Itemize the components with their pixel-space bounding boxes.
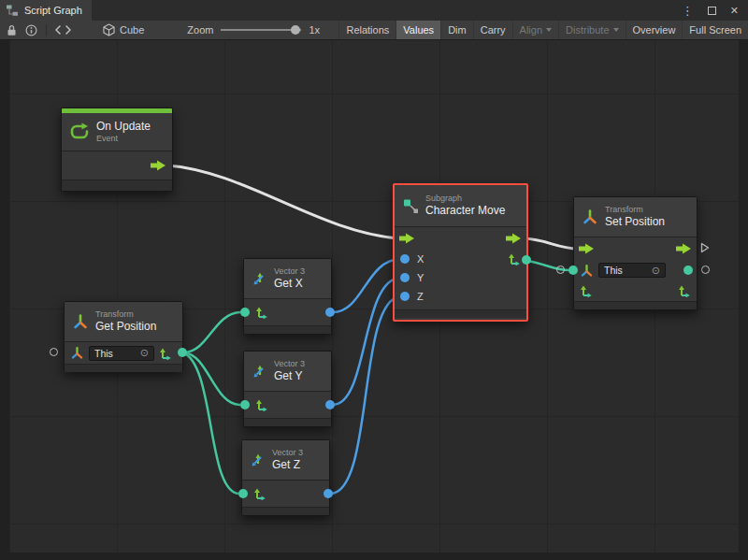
code-icon[interactable] bbox=[55, 25, 71, 35]
kebab-menu-icon[interactable]: ⋮ bbox=[682, 5, 694, 17]
node-get-position[interactable]: Transform Get Position This ⊙ bbox=[64, 301, 183, 372]
this-value: This bbox=[604, 265, 623, 276]
align-button[interactable]: Align bbox=[512, 21, 558, 39]
info-icon[interactable] bbox=[25, 24, 37, 36]
vector-move-icon bbox=[159, 347, 172, 360]
this-object-field[interactable]: This ⊙ bbox=[598, 263, 666, 278]
value-input-port-z[interactable] bbox=[400, 292, 410, 301]
node-title: Get Y bbox=[274, 369, 305, 382]
node-category: Transform bbox=[605, 205, 665, 215]
vector-move-icon bbox=[253, 487, 266, 500]
node-title: Character Move bbox=[425, 204, 505, 217]
node-titles: Vector 3 Get X bbox=[274, 266, 305, 290]
control-input-port[interactable] bbox=[579, 243, 595, 254]
value-output-port[interactable] bbox=[325, 308, 335, 317]
window-titlebar: Script Graph ⋮ ✕ bbox=[0, 0, 748, 21]
carry-button[interactable]: Carry bbox=[473, 21, 512, 39]
node-header: Transform Get Position bbox=[65, 302, 182, 341]
control-output-port[interactable] bbox=[676, 243, 692, 254]
zoom-slider-knob[interactable] bbox=[291, 25, 300, 35]
node-footer bbox=[244, 325, 331, 334]
input-row-x: X bbox=[395, 250, 526, 268]
node-title: Get Z bbox=[272, 458, 303, 471]
value-output-port[interactable] bbox=[178, 348, 187, 357]
node-titles: On Update Event bbox=[96, 120, 151, 143]
value-input-port[interactable] bbox=[568, 266, 578, 275]
value-input-port[interactable] bbox=[238, 489, 248, 498]
transform-icon bbox=[70, 346, 84, 360]
fullscreen-button[interactable]: Full Screen bbox=[682, 21, 748, 39]
script-graph-icon bbox=[6, 4, 19, 17]
zoom-slider-track bbox=[221, 29, 301, 31]
zoom-value: 1x bbox=[309, 24, 320, 36]
node-titles: Vector 3 Get Z bbox=[272, 448, 303, 471]
unconnected-value-output-setposition[interactable] bbox=[701, 266, 710, 274]
node-category: Event bbox=[96, 134, 151, 144]
value-output-port[interactable] bbox=[325, 400, 335, 409]
tab-script-graph[interactable]: Script Graph bbox=[0, 0, 92, 21]
vector-move-icon bbox=[255, 398, 268, 411]
value-output-dot[interactable] bbox=[683, 266, 693, 275]
distribute-label: Distribute bbox=[566, 24, 609, 36]
control-output-port[interactable] bbox=[506, 233, 522, 244]
node-titles: Vector 3 Get Y bbox=[274, 359, 305, 382]
unconnected-port-setposition-this[interactable] bbox=[556, 266, 565, 274]
unconnected-flow-output-icon[interactable] bbox=[700, 242, 710, 253]
node-get-y[interactable]: Vector 3 Get Y bbox=[243, 351, 332, 427]
control-input-port[interactable] bbox=[399, 233, 415, 244]
node-header: Subgraph Character Move bbox=[395, 185, 526, 226]
node-set-position[interactable]: Transform Set Position This ⊙ bbox=[573, 196, 698, 310]
control-output-port[interactable] bbox=[151, 160, 166, 171]
value-output-port[interactable] bbox=[324, 489, 333, 498]
relations-button[interactable]: Relations bbox=[338, 21, 396, 39]
input-row-y: Y bbox=[395, 268, 526, 287]
values-button[interactable]: Values bbox=[396, 21, 440, 39]
vector-move-icon bbox=[255, 306, 268, 319]
node-category: Vector 3 bbox=[274, 266, 305, 277]
toolbar-buttons: Relations Values Dim Carry Align Distrib… bbox=[338, 21, 748, 39]
this-row: This ⊙ bbox=[574, 260, 697, 280]
object-picker-icon[interactable]: ⊙ bbox=[652, 265, 660, 277]
overview-button[interactable]: Overview bbox=[626, 21, 683, 39]
transform-icon bbox=[72, 313, 89, 330]
chevron-down-icon bbox=[613, 28, 619, 32]
left-tools bbox=[7, 24, 71, 36]
port-label: X bbox=[417, 253, 424, 265]
target-object[interactable]: Cube bbox=[103, 23, 144, 36]
flow-port-row bbox=[574, 237, 697, 260]
node-on-update-event[interactable]: On Update Event bbox=[61, 108, 173, 192]
zoom-slider[interactable] bbox=[221, 24, 301, 36]
this-row: This ⊙ bbox=[65, 342, 182, 364]
node-character-move[interactable]: Subgraph Character Move X Y Z bbox=[393, 183, 528, 322]
distribute-button[interactable]: Distribute bbox=[558, 21, 625, 39]
vector-move-icon bbox=[678, 284, 691, 297]
value-output-port[interactable] bbox=[522, 255, 531, 265]
vector3-icon bbox=[250, 452, 266, 468]
maximize-icon[interactable] bbox=[708, 7, 716, 15]
unconnected-port-getposition-this[interactable] bbox=[50, 348, 58, 356]
object-picker-icon[interactable]: ⊙ bbox=[140, 347, 149, 359]
this-object-field[interactable]: This ⊙ bbox=[89, 346, 154, 361]
node-header: On Update Event bbox=[62, 113, 172, 151]
node-header: Vector 3 Get Y bbox=[244, 352, 331, 391]
tab-label: Script Graph bbox=[24, 5, 82, 16]
lock-icon[interactable] bbox=[7, 24, 17, 36]
node-get-x[interactable]: Vector 3 Get X bbox=[243, 258, 332, 335]
value-input-port-y[interactable] bbox=[400, 273, 410, 282]
node-titles: Transform Get Position bbox=[95, 309, 156, 333]
node-get-z[interactable]: Vector 3 Get Z bbox=[241, 439, 330, 516]
close-icon[interactable]: ✕ bbox=[730, 6, 739, 16]
align-label: Align bbox=[520, 24, 542, 36]
node-header: Transform Set Position bbox=[574, 197, 697, 237]
loop-icon bbox=[69, 122, 90, 142]
node-footer bbox=[62, 179, 172, 191]
value-input-port[interactable] bbox=[240, 400, 250, 409]
value-input-port-x[interactable] bbox=[400, 254, 410, 264]
node-footer bbox=[574, 301, 697, 309]
this-value: This bbox=[94, 348, 113, 359]
vector-move-icon bbox=[508, 252, 521, 266]
zoom-label: Zoom bbox=[187, 24, 213, 36]
value-input-port[interactable] bbox=[240, 308, 250, 317]
zoom-control: Zoom 1x bbox=[187, 24, 320, 36]
dim-button[interactable]: Dim bbox=[440, 21, 473, 39]
